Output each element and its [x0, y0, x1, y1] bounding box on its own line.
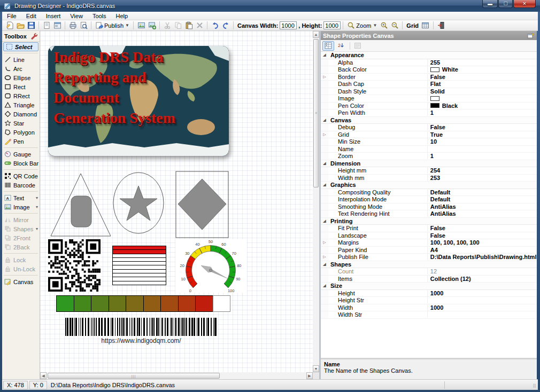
- color-bar-shape[interactable]: [56, 295, 230, 312]
- property-row-paper-kind[interactable]: Paper KindA4: [321, 247, 537, 254]
- toolbox-item-barcode[interactable]: Barcode: [2, 181, 40, 190]
- property-row-fit-print[interactable]: Fit PrintFalse: [321, 225, 537, 232]
- publish-icon[interactable]: [94, 21, 104, 30]
- property-value[interactable]: Collection (12): [428, 276, 537, 282]
- property-row-landscape[interactable]: LandscapeFalse: [321, 232, 537, 240]
- menu-view[interactable]: View: [65, 12, 88, 20]
- property-value[interactable]: 255: [428, 59, 537, 66]
- chevron-down-icon[interactable]: ▾: [36, 195, 38, 200]
- property-value[interactable]: Flat: [428, 81, 537, 87]
- property-category-graphics[interactable]: ◢Graphics: [321, 182, 537, 189]
- property-row-smoothing-mode[interactable]: Smoothing ModeAntiAlias: [321, 203, 537, 211]
- property-row-image[interactable]: Image: [321, 95, 537, 103]
- menu-edit[interactable]: Edit: [21, 12, 41, 20]
- property-row-width-mm[interactable]: Width mm253: [321, 175, 537, 182]
- canvas-vertical-scrollbar[interactable]: ▲ ≡ ▼: [313, 31, 319, 372]
- properties-icon[interactable]: [52, 21, 62, 30]
- block-bar-shape[interactable]: [112, 246, 166, 285]
- image-icon[interactable]: [136, 21, 146, 30]
- toolbox-item-arc[interactable]: Arc: [2, 64, 40, 73]
- categorized-view-button[interactable]: [322, 41, 334, 51]
- property-value[interactable]: Default: [428, 196, 537, 202]
- property-row-publish-file[interactable]: ▷Publish FileD:\Data Reports\Publish\Dra…: [321, 254, 537, 261]
- property-row-height-str[interactable]: Height Str: [321, 297, 537, 304]
- menu-file[interactable]: File: [2, 12, 21, 20]
- property-row-back-color[interactable]: Back ColorWhite: [321, 66, 537, 74]
- property-category-shapes[interactable]: ◢Shapes: [321, 261, 537, 269]
- property-row-min-size[interactable]: Min Size10: [321, 138, 537, 146]
- panel-pin-icon[interactable]: [527, 33, 535, 38]
- toolbox-item-qr-code[interactable]: QR Code: [2, 171, 40, 181]
- zoom-in-icon[interactable]: [379, 21, 389, 30]
- property-value[interactable]: D:\Data Reports\Publish\Drawing.html: [428, 254, 537, 260]
- property-row-debug[interactable]: DebugFalse: [321, 124, 537, 131]
- image-add-icon[interactable]: [147, 21, 157, 30]
- toolbox-item-triangle[interactable]: Triangle: [2, 100, 40, 109]
- property-category-dimension[interactable]: ◢Dimension: [321, 160, 537, 168]
- chevron-down-icon[interactable]: ▾: [36, 205, 38, 209]
- gauge-shape[interactable]: 0102030405060708090100: [175, 239, 247, 293]
- save-icon[interactable]: [26, 21, 36, 30]
- close-button[interactable]: ✕: [513, 0, 536, 8]
- canvas-horizontal-scrollbar[interactable]: ◀ ||| ▶: [40, 372, 313, 379]
- zoom-out-icon[interactable]: [390, 21, 399, 30]
- toolbox-item-select[interactable]: Select: [3, 42, 38, 51]
- scroll-right-button[interactable]: ▶: [306, 372, 313, 379]
- collapse-icon[interactable]: ◢: [321, 117, 328, 124]
- property-value[interactable]: 1: [428, 109, 537, 116]
- toolbox-item-pen[interactable]: Pen: [2, 137, 40, 146]
- canvas-width-input[interactable]: [280, 21, 297, 29]
- property-value[interactable]: Solid: [428, 88, 537, 95]
- print-preview-icon[interactable]: [79, 21, 88, 30]
- property-value[interactable]: 254: [428, 167, 537, 174]
- redo-icon[interactable]: [221, 21, 230, 30]
- print-icon[interactable]: [68, 21, 78, 30]
- toolbox-item-diamond[interactable]: Diamond: [2, 109, 40, 119]
- new-file-icon[interactable]: [5, 21, 14, 30]
- property-value[interactable]: 1000: [428, 290, 537, 296]
- property-row-width[interactable]: Width1000: [321, 304, 537, 312]
- property-value[interactable]: False: [428, 225, 537, 231]
- collapse-icon[interactable]: ◢: [321, 261, 328, 268]
- property-value[interactable]: [428, 96, 537, 101]
- toolbox-item-ellipse[interactable]: Ellipse: [2, 73, 40, 82]
- property-value[interactable]: 253: [428, 175, 537, 181]
- property-category-printing[interactable]: ◢Printing: [321, 218, 537, 225]
- toolbox-item-rect[interactable]: Rect: [2, 82, 40, 91]
- map-image-shape[interactable]: Indigo DRS Data Reporting and Document G…: [48, 46, 229, 156]
- toolbox-item-image[interactable]: Image▾: [2, 202, 40, 211]
- collapse-icon[interactable]: ◢: [321, 160, 328, 167]
- collapse-icon[interactable]: ◢: [321, 52, 328, 59]
- grid-label[interactable]: Grid: [406, 22, 419, 29]
- expand-icon[interactable]: ▷: [321, 131, 328, 138]
- zoom-label[interactable]: Zoom: [356, 22, 371, 29]
- drawing-canvas[interactable]: Indigo DRS Data Reporting and Document G…: [40, 31, 313, 372]
- property-row-width-str[interactable]: Width Str: [321, 311, 537, 319]
- property-row-height-mm[interactable]: Height mm254: [321, 167, 537, 175]
- toolbox-item-block-bar[interactable]: Block Bar: [2, 159, 40, 168]
- property-value[interactable]: True: [428, 131, 537, 138]
- maximize-button[interactable]: ☐: [498, 0, 513, 8]
- property-category-size[interactable]: ◢Size: [321, 283, 537, 290]
- menu-insert[interactable]: Insert: [41, 12, 66, 20]
- open-folder-icon[interactable]: [16, 21, 25, 30]
- exit-icon[interactable]: [436, 21, 446, 30]
- delete-icon[interactable]: [195, 21, 204, 30]
- property-row-grid[interactable]: ▷GridTrue: [321, 131, 537, 139]
- scroll-up-button[interactable]: ▲: [313, 31, 319, 38]
- property-value[interactable]: 1: [428, 153, 537, 159]
- property-row-dash-style[interactable]: Dash StyleSolid: [321, 88, 537, 96]
- zoom-icon[interactable]: [346, 21, 356, 30]
- horizontal-scroll-thumb[interactable]: |||: [48, 373, 220, 379]
- toolbox-item-rrect[interactable]: RRect: [2, 91, 40, 100]
- undo-icon[interactable]: [210, 21, 220, 30]
- property-value[interactable]: Default: [428, 189, 537, 195]
- canvas-height-input[interactable]: [323, 21, 341, 29]
- property-value[interactable]: 100, 100, 100, 100: [428, 239, 537, 246]
- scroll-down-button[interactable]: ▼: [313, 365, 319, 372]
- toolbox-item-text[interactable]: AText▾: [2, 193, 40, 202]
- alphabetical-sort-button[interactable]: 2: [335, 41, 347, 51]
- publish-dropdown-arrow[interactable]: ▼: [125, 23, 129, 28]
- property-row-interpolation-mode[interactable]: Interpolation ModeDefault: [321, 196, 537, 203]
- property-row-height[interactable]: Height1000: [321, 290, 537, 297]
